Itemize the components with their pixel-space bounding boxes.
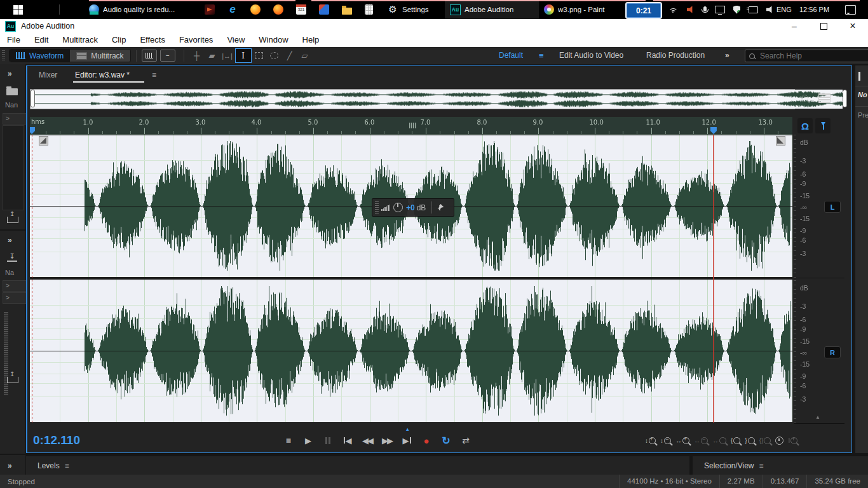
wifi-icon[interactable] [668, 6, 679, 13]
media-expand-row-2[interactable]: > [3, 292, 27, 304]
skip-selection-button[interactable] [459, 434, 473, 447]
paintbrush-tool[interactable]: ╱ [282, 49, 297, 62]
tab-mixer[interactable]: Mixer [39, 71, 57, 79]
media-expand-row-1[interactable]: > [3, 280, 27, 292]
taskbar-icon-file-explorer[interactable] [342, 0, 352, 19]
editor-panel-menu-icon[interactable]: ≡ [152, 71, 156, 79]
levels-menu-icon[interactable]: ≡ [65, 461, 69, 470]
overview-navigator[interactable] [30, 89, 795, 109]
waveform-view-button[interactable]: Waveform [10, 50, 70, 62]
tab-selection-view[interactable]: Selection/View [704, 461, 754, 470]
start-button[interactable] [6, 3, 29, 16]
play-button[interactable] [301, 434, 315, 447]
microphone-icon[interactable] [703, 6, 707, 11]
display-icon[interactable] [715, 6, 725, 13]
skip-to-end-button[interactable]: ▶ [400, 434, 414, 447]
close-button[interactable]: × [839, 19, 867, 33]
spectral-display-button[interactable] [142, 50, 157, 62]
search-help-box[interactable] [745, 50, 868, 62]
menu-window[interactable]: Window [252, 33, 295, 47]
menu-clip[interactable]: Clip [105, 33, 133, 47]
move-tool[interactable]: ┼ [189, 49, 205, 62]
taskbar-icon-calculator[interactable] [365, 0, 373, 19]
workspace-menu-icon[interactable]: ≡ [539, 51, 544, 60]
fade-in-handle[interactable] [39, 136, 48, 146]
amplitude-scale[interactable]: dB-3-6-9-15-∞-15-9-6-3 dB-3-6-9-15-∞-15-… [794, 135, 844, 423]
zoom-in-at-out-point-button[interactable]: } [745, 434, 754, 447]
menu-effects[interactable]: Effects [133, 33, 172, 47]
hud-drag-handle[interactable] [375, 201, 379, 214]
tab-editor-w3wav[interactable]: Editor: w3.wav * [75, 71, 130, 79]
channel-list-icon[interactable] [818, 93, 831, 103]
zoom-in-amplitude-button[interactable]: ↕ [645, 434, 656, 447]
scroll-grip-icon[interactable]: ▴ [406, 426, 409, 432]
taskbar-app-settings[interactable]: ⚙ Settings [388, 0, 429, 19]
zoom-to-cursor-button[interactable]: I [788, 434, 797, 447]
muted-speaker-icon[interactable] [687, 6, 695, 13]
loop-playback-button[interactable] [439, 434, 453, 447]
zoom-to-selection-button[interactable]: {} [759, 434, 771, 447]
volume-hud[interactable]: +0 dB [372, 198, 454, 217]
skip-to-start-button[interactable]: ◀ [341, 434, 355, 447]
waveform-display[interactable] [30, 135, 792, 423]
collapsed-right-panel[interactable]: No S Pres [855, 65, 868, 453]
time-selection-tool[interactable]: I [235, 48, 252, 63]
pause-button[interactable] [321, 434, 335, 447]
selection-view-menu-icon[interactable]: ≡ [759, 461, 764, 470]
levels-panel-expander[interactable]: » [8, 461, 11, 470]
menu-file[interactable]: File [0, 33, 27, 47]
power-icon[interactable] [749, 6, 758, 13]
taskbar-icon-media-player[interactable] [205, 0, 215, 19]
overview-left-handle[interactable] [31, 90, 35, 107]
tab-levels[interactable]: Levels [37, 461, 60, 470]
menu-help[interactable]: Help [295, 33, 327, 47]
import-files-icon[interactable] [7, 217, 18, 223]
menu-view[interactable]: View [220, 33, 252, 47]
clock[interactable]: 12:56 PM [799, 0, 829, 19]
left-channel-badge[interactable]: L [824, 201, 841, 213]
taskbar-icon-calendar[interactable] [296, 0, 306, 19]
zoom-out-full-button[interactable]: ↔ [712, 434, 726, 447]
timeline-ruler[interactable] [30, 117, 792, 135]
taskbar-icon-photos[interactable] [319, 0, 329, 19]
files-expand-row[interactable]: > [3, 113, 27, 125]
language-indicator[interactable]: ENG [776, 0, 792, 19]
taskbar-app-audio-quality[interactable]: Audio quality is redu... [89, 0, 197, 19]
volume-knob[interactable] [393, 203, 403, 212]
security-shield-icon[interactable] [733, 6, 740, 14]
workspace-edit-audio-to-video[interactable]: Edit Audio to Video [559, 51, 623, 60]
rewind-button[interactable] [360, 434, 374, 447]
taskbar-icon-edge[interactable]: e [227, 0, 238, 19]
zoom-in-at-in-point-button[interactable]: { [731, 434, 740, 447]
files-panel-expander[interactable]: » [8, 69, 11, 78]
fade-out-handle[interactable] [776, 136, 785, 146]
restore-button[interactable] [810, 19, 837, 33]
overview-waveform[interactable] [35, 90, 843, 109]
taskbar-app-audition[interactable]: Au Adobe Audition [445, 0, 539, 19]
playhead-time-display[interactable]: 0:12.110 [33, 433, 80, 447]
marquee-selection-tool[interactable] [252, 49, 267, 62]
zoom-in-time-button[interactable]: ↔ [675, 434, 689, 447]
hud-pin-icon[interactable] [437, 204, 444, 211]
menu-edit[interactable]: Edit [27, 33, 55, 47]
zoom-out-amplitude-button[interactable]: ↕ [660, 434, 671, 447]
menu-favorites[interactable]: Favorites [172, 33, 220, 47]
download-icon[interactable]: ↧ [7, 254, 17, 262]
menu-multitrack[interactable]: Multitrack [55, 33, 105, 47]
taskbar-icon-firefox[interactable] [250, 0, 261, 19]
toolbar-grip[interactable] [2, 50, 5, 62]
snap-toggle-button[interactable]: Ω [797, 118, 813, 133]
spot-healing-tool[interactable]: ▱ [297, 49, 313, 62]
razor-tool[interactable]: ▰ [205, 49, 220, 62]
scale-scroll-up-icon[interactable]: ▲ [815, 414, 820, 420]
minimize-button[interactable]: – [780, 19, 808, 33]
stop-button[interactable] [281, 434, 295, 447]
taskbar-icon-firefox-2[interactable] [273, 0, 283, 19]
workspace-default[interactable]: Default [499, 51, 523, 60]
overview-right-handle[interactable] [843, 90, 847, 107]
lasso-selection-tool[interactable] [267, 49, 282, 62]
add-marker-button[interactable] [815, 118, 831, 133]
workspace-radio-production[interactable]: Radio Production [646, 51, 705, 60]
multitrack-view-button[interactable]: Multitrack [70, 50, 130, 62]
spectral-pitch-button[interactable]: ∼ [160, 50, 175, 62]
